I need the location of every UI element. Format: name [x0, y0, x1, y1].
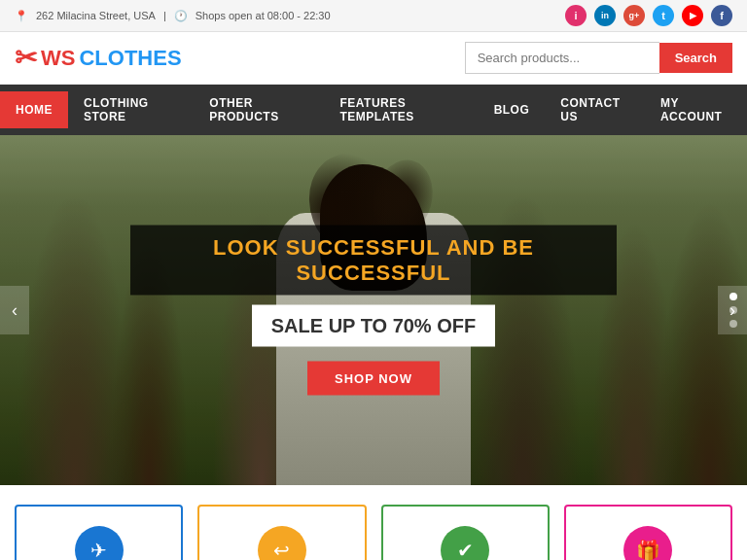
linkedin-icon[interactable]: in [594, 5, 616, 26]
hours-text: Shops open at 08:00 - 22:30 [196, 10, 331, 21]
nav-item-blog[interactable]: BLOG [479, 91, 546, 128]
hero-dot-1[interactable] [729, 293, 737, 300]
nav-item-clothing-store[interactable]: CLOTHING STORE [68, 85, 194, 135]
nav-item-home[interactable]: HOME [0, 91, 68, 128]
hero-prev-arrow[interactable]: ‹ [0, 286, 29, 334]
logo-ws: WS [41, 46, 75, 71]
logo-icon: ✂ [15, 42, 37, 74]
gift-service-icon-circle: 🎁 [623, 526, 672, 560]
twitter-icon[interactable]: t [653, 5, 674, 26]
top-bar: 📍 262 Milacina Street, USA | 🕐 Shops ope… [0, 0, 747, 32]
feature-free-shipping: ✈ Free Shipping Contrary to popular beli… [15, 505, 183, 560]
logo[interactable]: ✂ WS CLOTHES [15, 42, 182, 74]
hero-dot-3[interactable] [729, 320, 737, 328]
hero-dot-2[interactable] [729, 306, 737, 314]
shop-now-button[interactable]: SHOP NOW [307, 362, 440, 396]
hero-dots [729, 293, 737, 328]
gift-service-icon: 🎁 [636, 539, 660, 560]
hero-content: LOOK SUCCESSFUL AND BE SUCCESSFUL SALE U… [130, 226, 617, 396]
facebook-icon[interactable]: f [711, 5, 732, 26]
nav-item-contact-us[interactable]: CONTACT US [545, 85, 645, 135]
pin-icon: 📍 [15, 10, 28, 22]
hero-title: LOOK SUCCESSFUL AND BE SUCCESSFUL [150, 235, 597, 286]
main-nav: HOME CLOTHING STORE OTHER PRODUCTS FEATU… [0, 85, 747, 135]
site-header: ✂ WS CLOTHES Search [0, 32, 747, 85]
money-back-icon: ↩ [273, 539, 290, 560]
hero-banner: LOOK SUCCESSFUL AND BE SUCCESSFUL SALE U… [0, 135, 747, 485]
money-back-icon-circle: ↩ [258, 526, 306, 560]
features-section: ✈ Free Shipping Contrary to popular beli… [0, 485, 747, 560]
social-icons: i in g+ t ▶ f [565, 5, 732, 26]
search-button[interactable]: Search [659, 43, 732, 73]
search-input[interactable] [465, 42, 659, 74]
search-bar: Search [465, 42, 732, 74]
nav-item-features-templates[interactable]: FEATURES TEMPLATES [324, 85, 478, 135]
clock-icon: 🕐 [174, 10, 188, 22]
address-text: 262 Milacina Street, USA [36, 10, 156, 21]
home-delivery-icon-circle: ✔ [441, 526, 489, 560]
hero-subtitle: SALE UP TO 70% OFF [271, 315, 476, 337]
logo-clothes: CLOTHES [79, 46, 181, 71]
home-delivery-icon: ✔ [457, 539, 474, 560]
shipping-icon: ✈ [90, 539, 107, 560]
feature-gift-service: 🎁 Free Gift Service Contrary to popular … [564, 505, 732, 560]
shipping-icon-circle: ✈ [75, 526, 124, 560]
instagram-icon[interactable]: i [565, 5, 587, 26]
top-bar-info: 📍 262 Milacina Street, USA | 🕐 Shops ope… [15, 10, 331, 22]
feature-home-delivery: ✔ Free Home Delivery Contrary to popular… [381, 505, 550, 560]
feature-money-back: ↩ Money Back ! Contrary to popular belie… [197, 505, 366, 560]
nav-item-other-products[interactable]: OTHER PRODUCTS [194, 85, 324, 135]
hero-subtitle-box: SALE UP TO 70% OFF [252, 305, 495, 347]
nav-item-my-account[interactable]: MY ACCOUNT [645, 85, 747, 135]
hero-title-box: LOOK SUCCESSFUL AND BE SUCCESSFUL [130, 226, 617, 296]
google-icon[interactable]: g+ [623, 5, 645, 26]
divider: | [163, 10, 166, 21]
youtube-icon[interactable]: ▶ [682, 5, 703, 26]
